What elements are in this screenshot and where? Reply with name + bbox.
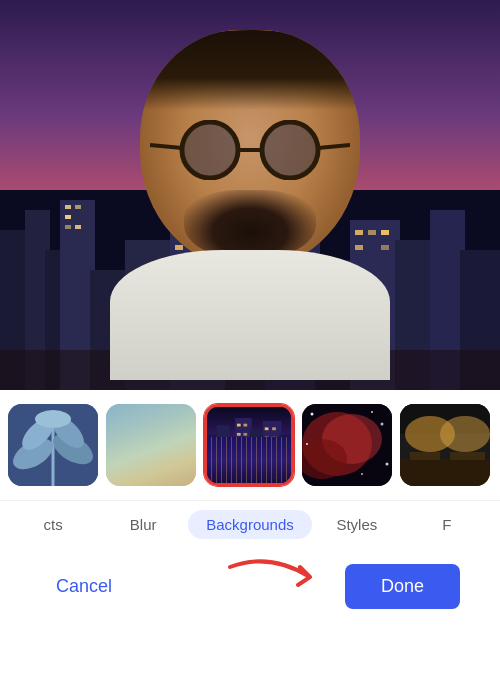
svg-rect-61	[265, 437, 269, 440]
tab-bar: cts Blur Backgrounds Styles F	[0, 500, 500, 548]
svg-point-39	[264, 124, 316, 176]
svg-rect-60	[272, 427, 276, 430]
svg-rect-9	[75, 225, 81, 229]
svg-point-73	[361, 473, 363, 475]
svg-point-38	[184, 124, 236, 176]
svg-rect-78	[400, 459, 490, 486]
tab-styles[interactable]: Styles	[312, 508, 402, 541]
background-thumbnail-leaf[interactable]	[8, 404, 98, 486]
tab-blur[interactable]: Blur	[98, 508, 188, 541]
svg-rect-53	[263, 421, 282, 483]
video-preview	[0, 0, 500, 390]
svg-rect-8	[65, 225, 71, 229]
svg-line-37	[318, 145, 350, 148]
tab-effects[interactable]: cts	[8, 508, 98, 541]
svg-rect-54	[280, 435, 291, 483]
svg-rect-48	[207, 435, 218, 483]
arrow-annotation	[220, 547, 340, 601]
svg-rect-62	[272, 437, 276, 440]
svg-point-72	[386, 463, 389, 466]
tab-backgrounds[interactable]: Backgrounds	[188, 510, 312, 539]
svg-point-46	[35, 410, 71, 428]
tab-more[interactable]: F	[402, 508, 492, 541]
svg-rect-79	[410, 452, 440, 460]
svg-rect-51	[235, 418, 252, 483]
svg-line-36	[150, 145, 182, 148]
background-thumbnail-blur[interactable]	[106, 404, 196, 486]
svg-rect-6	[75, 205, 81, 209]
svg-rect-50	[228, 439, 237, 483]
svg-point-70	[381, 423, 384, 426]
svg-rect-58	[243, 433, 247, 436]
cancel-button[interactable]: Cancel	[40, 568, 128, 605]
svg-rect-49	[217, 426, 230, 483]
svg-rect-52	[250, 430, 265, 483]
svg-rect-59	[265, 427, 269, 430]
svg-rect-5	[65, 205, 71, 209]
background-thumbnail-space[interactable]	[302, 404, 392, 486]
done-button[interactable]: Done	[345, 564, 460, 609]
svg-rect-63	[207, 470, 290, 483]
svg-rect-57	[237, 433, 241, 436]
svg-point-69	[371, 411, 373, 413]
background-thumbnail-city[interactable]	[204, 404, 294, 486]
svg-rect-80	[450, 452, 485, 460]
svg-rect-55	[237, 424, 241, 427]
svg-rect-56	[243, 424, 247, 427]
background-thumbnail-interior[interactable]	[400, 404, 490, 486]
person-preview	[110, 20, 390, 380]
thumbnail-strip	[0, 390, 500, 500]
svg-point-71	[306, 443, 308, 445]
action-bar: Cancel Done	[0, 548, 500, 625]
svg-rect-7	[65, 215, 71, 219]
svg-point-77	[440, 416, 490, 452]
svg-point-68	[311, 413, 314, 416]
